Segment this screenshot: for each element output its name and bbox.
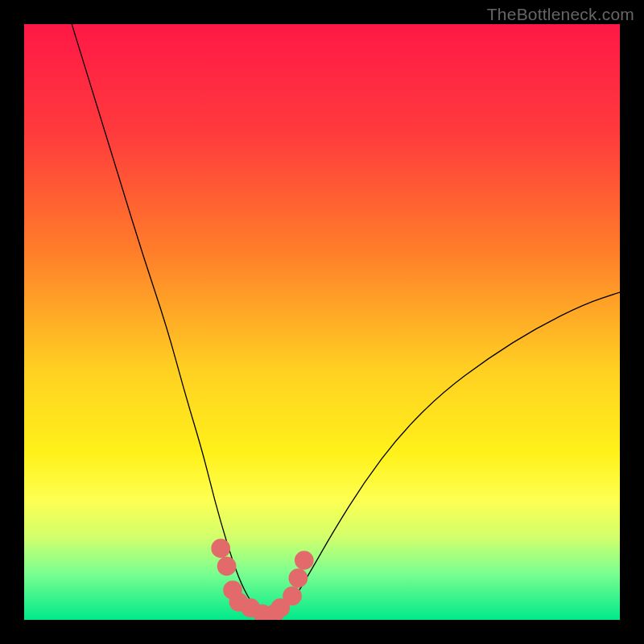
watermark-text: TheBottleneck.com xyxy=(487,5,634,24)
curve-layer xyxy=(24,24,620,620)
marker-dot xyxy=(217,557,237,576)
marker-dot xyxy=(211,539,230,558)
target-cluster xyxy=(211,539,313,620)
marker-dot xyxy=(283,587,302,606)
chart-frame: TheBottleneck.com xyxy=(0,0,644,644)
marker-dot xyxy=(289,568,308,588)
marker-dot xyxy=(295,551,314,570)
bottleneck-curve xyxy=(72,24,620,614)
plot-area xyxy=(24,24,620,620)
